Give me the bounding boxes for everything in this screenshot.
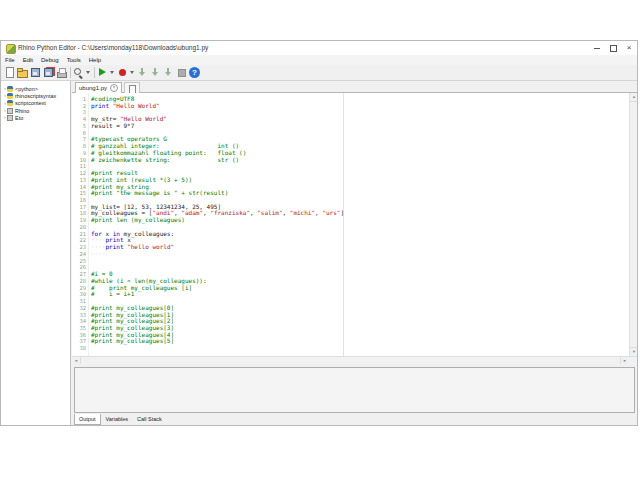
- close-button[interactable]: ×: [621, 41, 637, 55]
- editor-vertical-scrollbar[interactable]: ▲ ▼: [629, 93, 637, 356]
- expand-chevron-icon[interactable]: ›: [4, 92, 6, 99]
- line-number: 7: [72, 136, 86, 143]
- line-number: 20: [72, 224, 86, 231]
- stop-icon[interactable]: [175, 66, 188, 79]
- title-bar[interactable]: Rhino Python Editor - C:\Users\monday118…: [1, 41, 637, 55]
- python-icon: [7, 100, 13, 106]
- line-number: 38: [72, 345, 86, 352]
- line-number: 32: [72, 305, 86, 312]
- line-number: 16: [72, 197, 86, 204]
- line-number: 1: [72, 96, 86, 103]
- sidebar-item-eto[interactable]: ›Eto: [1, 114, 70, 121]
- stepout-icon[interactable]: [162, 66, 175, 79]
- menu-tools[interactable]: Tools: [63, 55, 85, 65]
- menu-file[interactable]: File: [1, 55, 19, 65]
- line-number: 31: [72, 298, 86, 305]
- module-icon: [7, 115, 13, 121]
- code-line: [91, 345, 344, 352]
- menu-edit[interactable]: Edit: [19, 55, 37, 65]
- caret-icon[interactable]: [85, 66, 92, 79]
- toolbar: [1, 65, 637, 81]
- sidebar-item-rhinoscriptsyntax[interactable]: ›rhinoscriptsyntax: [1, 92, 70, 99]
- code-line: ····: [91, 251, 344, 258]
- editor-horizontal-scrollbar[interactable]: ◄ ►: [72, 356, 637, 364]
- sidebar-item-label: Rhino: [15, 108, 29, 114]
- open-icon[interactable]: [16, 66, 29, 79]
- python-icon: [7, 86, 13, 92]
- line-number: 8: [72, 143, 86, 150]
- python-icon: [7, 93, 13, 99]
- sidebar-item-label: Eto: [15, 115, 23, 121]
- output-panel[interactable]: [74, 367, 635, 413]
- stepover-icon[interactable]: [149, 66, 162, 79]
- line-number: 3: [72, 109, 86, 116]
- sidebar-item-scriptcontext[interactable]: ›scriptcontext: [1, 100, 70, 107]
- saveall-icon[interactable]: [42, 66, 55, 79]
- scroll-left-icon[interactable]: ◄: [72, 357, 81, 364]
- line-number: 9: [72, 150, 86, 157]
- print-icon[interactable]: [55, 66, 68, 79]
- sidebar-item-rhino[interactable]: ›Rhino: [1, 107, 70, 114]
- help-icon[interactable]: [188, 66, 201, 79]
- code-editor[interactable]: 1234567891011121314151617181920212223242…: [72, 93, 637, 356]
- menu-debug[interactable]: Debug: [37, 55, 63, 65]
- line-number: 25: [72, 258, 86, 265]
- new-icon[interactable]: [3, 66, 16, 79]
- gutter-divider: [88, 93, 89, 356]
- tab-label: ubung1.py: [79, 85, 107, 91]
- code-line: # zeichenkette string: str (): [91, 157, 344, 164]
- code-line: #print "the message is " + str(result): [91, 190, 344, 197]
- sidebar-item-label: <python>: [15, 86, 38, 92]
- code-line: [91, 264, 344, 271]
- line-number: 12: [72, 170, 86, 177]
- tab-variables[interactable]: Variables: [102, 414, 133, 425]
- line-number: 29: [72, 285, 86, 292]
- expand-chevron-icon[interactable]: ›: [4, 107, 6, 114]
- scroll-down-icon[interactable]: ▼: [630, 347, 637, 356]
- maximize-button[interactable]: [605, 41, 621, 55]
- line-number: 26: [72, 264, 86, 271]
- search-icon[interactable]: [72, 66, 85, 79]
- code-line: #print len (my_colleagues): [91, 217, 344, 224]
- line-number: 4: [72, 116, 86, 123]
- code-line: result = 9*7: [91, 123, 344, 130]
- tab-output[interactable]: Output: [74, 414, 101, 425]
- line-number: 34: [72, 318, 86, 325]
- record-icon[interactable]: [116, 66, 129, 79]
- line-number: 27: [72, 271, 86, 278]
- tab-ubung1[interactable]: ubung1.py ×: [75, 82, 122, 93]
- line-number: 22: [72, 237, 86, 244]
- code-text[interactable]: #coding=UTF8print "Hello World" my_str= …: [91, 96, 344, 352]
- minimize-icon: [594, 48, 600, 49]
- line-number: 18: [72, 210, 86, 217]
- code-line: ····print "hello world": [91, 244, 344, 251]
- line-number: 11: [72, 163, 86, 170]
- line-number: 13: [72, 177, 86, 184]
- module-icon: [7, 108, 13, 114]
- minimize-button[interactable]: [589, 41, 605, 55]
- line-number: 19: [72, 217, 86, 224]
- run-icon[interactable]: [96, 66, 109, 79]
- save-icon[interactable]: [29, 66, 42, 79]
- stepin-icon[interactable]: [136, 66, 149, 79]
- caret-icon[interactable]: [109, 66, 116, 79]
- app-icon: [6, 44, 16, 54]
- line-number: 30: [72, 291, 86, 298]
- menu-help[interactable]: Help: [85, 55, 105, 65]
- sidebar-item-python[interactable]: ›<python>: [1, 85, 70, 92]
- scroll-up-icon[interactable]: ▲: [630, 93, 637, 102]
- caret-icon[interactable]: [129, 66, 136, 79]
- expand-chevron-icon[interactable]: ›: [4, 100, 6, 107]
- line-number: 10: [72, 157, 86, 164]
- expand-chevron-icon[interactable]: ›: [4, 114, 6, 121]
- line-number: 37: [72, 338, 86, 345]
- scroll-right-icon[interactable]: ►: [620, 357, 629, 364]
- line-number: 24: [72, 251, 86, 258]
- line-number: 2: [72, 103, 86, 110]
- maximize-icon: [610, 45, 617, 52]
- tab-close-icon[interactable]: ×: [110, 84, 118, 92]
- bottom-tab-strip: OutputVariablesCall Stack: [74, 414, 167, 425]
- tab-call-stack[interactable]: Call Stack: [133, 414, 166, 425]
- expand-chevron-icon[interactable]: ›: [4, 85, 6, 92]
- window-title: Rhino Python Editor - C:\Users\monday118…: [18, 44, 208, 51]
